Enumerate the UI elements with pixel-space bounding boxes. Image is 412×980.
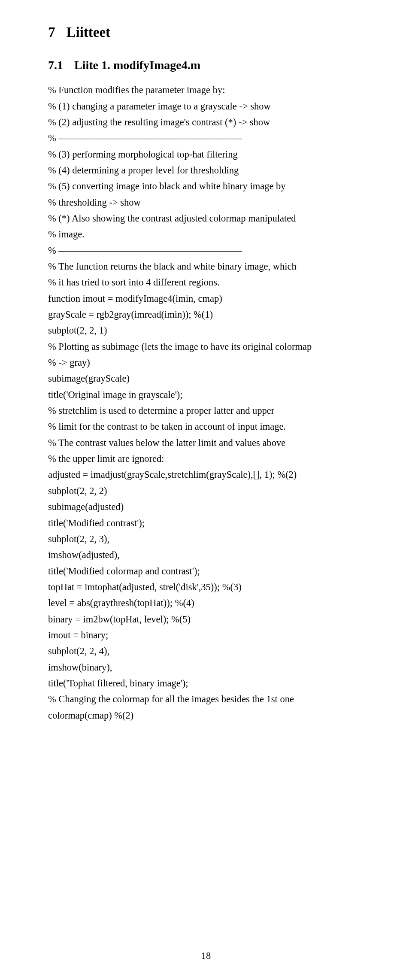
code-line: subplot(2, 2, 3), <box>48 531 366 547</box>
code-line: level = abs(graythresh(topHat)); %(4) <box>48 595 366 611</box>
code-line: % (5) converting image into black and wh… <box>48 178 366 194</box>
code-line: subplot(2, 2, 2) <box>48 483 366 499</box>
code-line: % ——————————————————— <box>48 130 366 146</box>
page: 7Liitteet 7.1Liite 1. modifyImage4.m % F… <box>0 0 412 980</box>
code-line: subplot(2, 2, 1) <box>48 322 366 338</box>
section-number: 7 <box>48 24 55 40</box>
code-line: title('Modified contrast'); <box>48 515 366 531</box>
code-line: imout = binary; <box>48 627 366 643</box>
subsection-heading: 7.1Liite 1. modifyImage4.m <box>48 55 366 75</box>
code-line: subimage(grayScale) <box>48 370 366 386</box>
page-number: 18 <box>0 948 412 964</box>
code-line: title('Tophat filtered, binary image'); <box>48 675 366 691</box>
code-line: title('Modified colormap and contrast'); <box>48 563 366 579</box>
code-line: grayScale = rgb2gray(imread(imin)); %(1) <box>48 306 366 322</box>
code-line: % image. <box>48 226 366 242</box>
code-line: imshow(binary), <box>48 659 366 675</box>
code-line: subimage(adjusted) <box>48 499 366 515</box>
code-line: colormap(cmap) %(2) <box>48 707 366 723</box>
subsection-number: 7.1 <box>48 58 63 72</box>
code-line: % The function returns the black and whi… <box>48 258 366 274</box>
code-line: subplot(2, 2, 4), <box>48 643 366 659</box>
code-line: % The contrast values below the latter l… <box>48 435 366 451</box>
code-line: % limit for the contrast to be taken in … <box>48 419 366 434</box>
code-line: % Changing the colormap for all the imag… <box>48 691 366 707</box>
code-line: % (1) changing a parameter image to a gr… <box>48 98 366 114</box>
subsection-title: Liite 1. modifyImage4.m <box>74 58 200 72</box>
code-line: % ——————————————————— <box>48 243 366 258</box>
code-line: function imout = modifyImage4(imin, cmap… <box>48 291 366 306</box>
code-line: % Function modifies the parameter image … <box>48 82 366 98</box>
code-body: % Function modifies the parameter image … <box>48 82 366 723</box>
code-line: % Plotting as subimage (lets the image t… <box>48 339 366 355</box>
code-line: imshow(adjusted), <box>48 547 366 563</box>
code-line: binary = im2bw(topHat, level); %(5) <box>48 611 366 627</box>
code-line: % the upper limit are ignored: <box>48 451 366 467</box>
code-line: % (4) determining a proper level for thr… <box>48 162 366 178</box>
code-line: adjusted = imadjust(grayScale,stretchlim… <box>48 467 366 482</box>
code-line: % (*) Also showing the contrast adjusted… <box>48 210 366 226</box>
code-line: % stretchlim is used to determine a prop… <box>48 403 366 419</box>
section-heading: 7Liitteet <box>48 21 366 44</box>
section-title: Liitteet <box>67 24 111 40</box>
code-line: % it has tried to sort into 4 different … <box>48 274 366 290</box>
code-line: % thresholding -> show <box>48 194 366 210</box>
code-line: % -> gray) <box>48 355 366 370</box>
code-line: % (2) adjusting the resulting image's co… <box>48 114 366 130</box>
code-line: topHat = imtophat(adjusted, strel('disk'… <box>48 579 366 595</box>
code-line: % (3) performing morphological top-hat f… <box>48 146 366 162</box>
code-line: title('Original image in grayscale'); <box>48 387 366 403</box>
